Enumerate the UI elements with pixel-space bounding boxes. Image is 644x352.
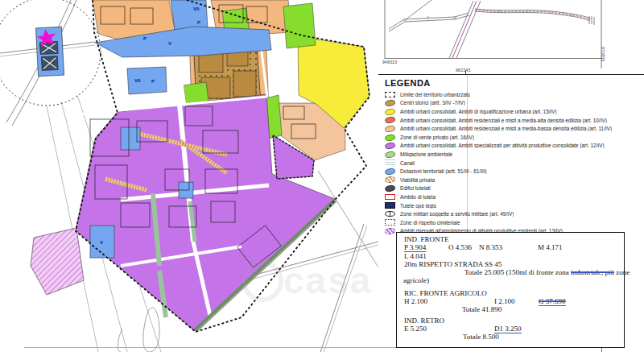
- legend-item-label: Ambiti urbani consolidati. Ambiti reside…: [400, 118, 607, 123]
- ellipse-swatch-icon: [385, 211, 395, 217]
- totale-fronte-cont: agricole): [403, 276, 429, 284]
- legend-item-label: Zone di verde privato (art. 16/IV): [400, 135, 474, 140]
- legend-item-label: Ambiti urbani consolidati. Ambiti di riq…: [400, 109, 557, 114]
- legend-item: Canali: [385, 159, 642, 168]
- value-L: L 4.041: [404, 252, 427, 260]
- totale-fronte: Totale 25.005 (150ml di fronte zona indu…: [464, 268, 630, 276]
- legend-item: Zone militari soggette a servitù militar…: [385, 209, 642, 218]
- inset-coord-mid: 982345: [456, 68, 471, 72]
- blob-swatch-icon: [385, 142, 396, 149]
- legend-item: Viabilità privata: [385, 176, 642, 184]
- value-O: O 4.536: [448, 243, 472, 251]
- legend-items: Limite del territorio urbanizzatoCentri …: [385, 90, 642, 235]
- legend-item: Zone di rispetto cimiteriale: [385, 218, 642, 227]
- legend-title: LEGENDA: [385, 78, 642, 88]
- inset-road-highlight: [452, 1, 590, 58]
- legend-item: Edifici tutelati: [385, 184, 642, 193]
- legend-item: Centri storici (artt. 3/IV -7/IV): [385, 99, 642, 108]
- map-zone-label: VA: [134, 78, 142, 83]
- cemetery: [35, 27, 64, 77]
- legend-item-label: Canali: [400, 160, 415, 166]
- map-zone-label: P: [197, 20, 200, 25]
- totale-agricolo: Totale 41.890: [462, 305, 502, 313]
- legend-item: Limite del territorio urbanizzato: [385, 90, 642, 99]
- inset-markers: [404, 10, 594, 25]
- map-zone-label: V: [100, 240, 103, 245]
- legend-item-label: Mitigazione ambientale: [400, 151, 452, 157]
- legend-item-label: Centri storici (artt. 3/IV -7/IV): [400, 100, 465, 106]
- value-M: M 4.171: [538, 243, 563, 251]
- legend-item: Tutele ope legis: [385, 201, 642, 210]
- strada-note: 20m RISPETTO STRADA SS 45: [404, 260, 502, 268]
- legend-item-label: Dotazioni territoriali (artt. 51/III - 6…: [400, 168, 487, 174]
- measurement-box: IND. FRONTE P 3.904 O 4.536 N 8.353 M 4.…: [396, 232, 625, 348]
- hatch-swatch-icon: [385, 228, 395, 234]
- section-ind-retro-title: IND. RETRO: [404, 317, 444, 325]
- legend-item-label: Ambiti urbani consolidati. Ambiti reside…: [400, 126, 612, 131]
- inset-coord-left: 948320: [382, 60, 398, 64]
- legend-item-label: Tutele ope legis: [400, 203, 436, 209]
- legend-item: Mitigazione ambientale: [385, 150, 642, 159]
- map-zone-label: P: [151, 79, 155, 84]
- blob-swatch-icon: [385, 134, 396, 141]
- inset-roads-gray: [389, 0, 591, 58]
- hatch-swatch-icon: [385, 176, 395, 183]
- inset-road-map: [378, 0, 644, 74]
- blob-swatch-icon: [385, 125, 396, 132]
- map-zone-label: VA: [193, 6, 200, 11]
- legend: LEGENDA Limite del territorio urbanizzat…: [385, 78, 642, 235]
- legend-item: Ambiti urbani consolidati. Ambiti specia…: [385, 142, 642, 151]
- blob-swatch-icon: [385, 108, 396, 115]
- legend-item-label: Zone militari soggette a servitù militar…: [400, 211, 514, 217]
- legend-item-label: Ambito di tutela: [400, 194, 436, 200]
- legend-item: Ambiti urbani consolidati. Ambiti di riq…: [385, 107, 642, 116]
- blob-swatch-icon: [385, 99, 396, 106]
- zoning-map: VAPPVVAPV: [0, 0, 378, 352]
- fill-rect-swatch-icon: [385, 202, 395, 209]
- legend-item-label: Edifici tutelati: [400, 185, 431, 191]
- value-N: N 8.353: [479, 243, 502, 251]
- legend-item-label: Zone di rispetto cimiteriale: [400, 220, 460, 226]
- legend-item: Ambiti urbani consolidati. Ambiti reside…: [385, 116, 642, 125]
- lines-swatch-icon: [385, 159, 395, 166]
- blob-swatch-icon: [385, 184, 396, 192]
- value-E: E 5.250: [404, 325, 427, 333]
- legend-item: Zone di verde privato (art. 16/IV): [385, 133, 642, 142]
- value-H: H 2.100: [404, 297, 427, 305]
- blob-swatch-icon: [385, 151, 396, 158]
- blob-swatch-icon: [385, 117, 396, 124]
- blob-swatch-icon: [385, 168, 396, 175]
- listing-map-screenshot: VAPPVVAPV 948320 982345 9: [0, 0, 644, 352]
- inset-coord-right: 970835: [601, 47, 605, 62]
- dots-swatch-icon: [385, 219, 395, 226]
- panel-divider-line: [378, 74, 644, 75]
- value-G: G 37.690: [539, 297, 566, 306]
- legend-item-label: Viabilità privata: [400, 177, 435, 183]
- section-ind-fronte-title: IND. FRONTE: [404, 235, 449, 243]
- value-P: P 3.904: [404, 243, 426, 252]
- legend-item-label: Ambiti urbani consolidati. Ambiti specia…: [400, 143, 605, 148]
- section-ric-fronte-title: RIC. FRONTE AGRICOLO: [404, 289, 487, 297]
- map-zone-label: P: [143, 36, 147, 41]
- totale-retro: Totale 8.500: [463, 333, 499, 341]
- dash-swatch-icon: [385, 92, 395, 98]
- value-I: I 2.100: [494, 297, 515, 305]
- legend-item: Dotazioni territoriali (artt. 51/III - 6…: [385, 167, 642, 176]
- legend-item: Ambiti urbani consolidati. Ambiti reside…: [385, 124, 642, 133]
- map-zone-label: V: [168, 41, 171, 46]
- legend-item-label: Limite del territorio urbanizzato: [400, 92, 470, 97]
- outline-rect-swatch-icon: [385, 194, 395, 201]
- sheet-bottom-line: [24, 347, 396, 348]
- legend-item: Ambito di tutela: [385, 193, 642, 201]
